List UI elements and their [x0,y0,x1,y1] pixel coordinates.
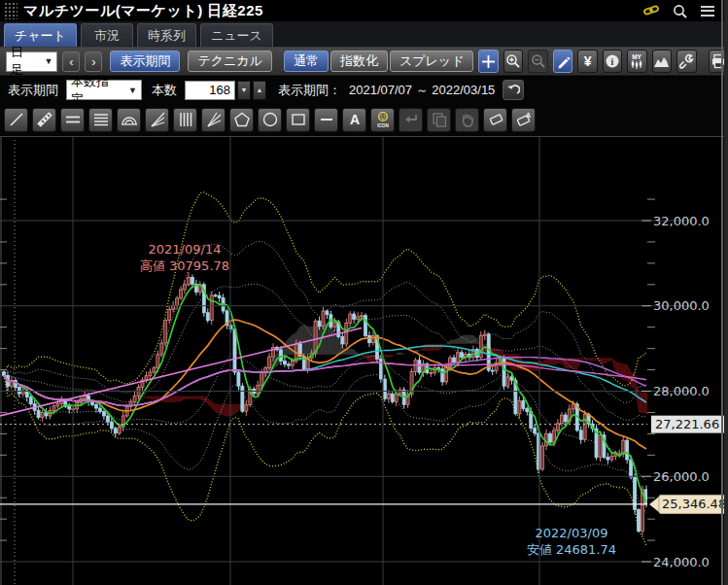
fibonacci-arc-tool[interactable] [117,108,141,132]
tab-timeseries[interactable]: 時系列 [137,23,196,47]
svg-text:i: i [611,56,614,67]
svg-text:28,000.0: 28,000.0 [653,384,710,398]
zoom-out-button [528,50,547,73]
eraser-tool[interactable] [483,108,507,132]
pentagon-tool[interactable] [229,108,254,132]
period-range-value: 2021/07/07 ～ 2022/03/15 [349,82,495,99]
ruler-tool[interactable] [32,108,56,132]
spread-button[interactable]: スプレッド [390,51,474,72]
svg-text:25,346.48: 25,346.48 [662,497,726,511]
svg-text:MY: MY [633,53,642,60]
period-mode-label: 表示期間 [8,82,58,99]
app-window: マルチツール(マーケット) 日経225 チャート 市況 時系列 ニュース 日足▼… [0,0,728,585]
svg-text:高値 30795.78: 高値 30795.78 [140,258,229,273]
tab-market[interactable]: 市況 [81,23,133,47]
window-title: マルチツール(マーケット) 日経225 [23,2,643,20]
svg-text:A: A [349,112,359,127]
title-bar: マルチツール(マーケット) 日経225 [0,0,728,21]
indexed-button[interactable]: 指数化 [330,51,388,72]
move-drawing-tool [455,108,479,132]
menu-icon[interactable] [701,6,714,17]
technical-button[interactable]: テクニカル [188,51,272,72]
text-tool[interactable]: A [342,108,366,132]
icon-stamp-tool[interactable]: ICON [370,108,395,132]
gann-fan-tool[interactable] [201,108,225,132]
period-toolbar: 表示期間 本数指定▼ 本数 168 ▼ ▲ 表示期間： 2021/07/07 ～… [0,77,728,103]
erase-all-tool[interactable]: A [511,108,536,132]
circle-tool[interactable] [258,108,282,132]
link-icon[interactable] [643,4,659,17]
tab-bar: チャート 市況 時系列 ニュース [0,21,728,48]
svg-text:32,000.0: 32,000.0 [653,214,710,228]
parallel-lines-2-tool[interactable] [60,108,85,132]
settings-wrench-button[interactable] [676,50,696,73]
svg-text:27,221.66: 27,221.66 [655,417,719,431]
fibonacci-fan-tool[interactable] [145,108,169,132]
crosshair-button[interactable] [478,50,498,73]
price-chart[interactable]: 32,000.030,000.028,000.026,000.024,000.0… [0,136,728,585]
svg-text:26,000.0: 26,000.0 [653,469,710,484]
prev-button[interactable]: ‹ [62,52,80,72]
svg-text:2021/09/14: 2021/09/14 [149,242,222,257]
chevron-down-icon: ▼ [119,86,137,95]
svg-text:30,000.0: 30,000.0 [653,298,710,313]
yen-label: ¥ [584,53,592,69]
svg-text:24,000.0: 24,000.0 [653,555,710,569]
zoom-in-button[interactable] [503,50,523,73]
period-mode-select[interactable]: 本数指定▼ [66,80,142,100]
count-up-button[interactable]: ▲ [253,81,266,100]
info-button[interactable]: i [603,50,622,73]
yen-axis-button[interactable]: ¥ [577,50,597,73]
candlestick-chart-canvas[interactable]: 32,000.030,000.028,000.026,000.024,000.0… [0,136,728,585]
drawing-toolbar: A ICON A [0,103,728,136]
parallel-lines-4-tool[interactable] [88,108,113,132]
svg-text:安値 24681.74: 安値 24681.74 [527,542,616,557]
svg-text:2022/03/09: 2022/03/09 [536,526,608,540]
drag-handle[interactable] [4,2,17,19]
line-tool[interactable] [4,108,28,132]
interval-value: 日足 [11,44,34,79]
window-right-border[interactable] [721,0,723,585]
draw-mode-button[interactable] [553,50,572,73]
period-range-prefix: 表示期間： [278,82,341,99]
bar-count-input[interactable]: 168 [185,81,235,100]
normal-button[interactable]: 通常 [284,51,329,72]
interval-select[interactable]: 日足▼ [6,52,57,72]
next-button[interactable]: › [85,52,102,72]
svg-text:ICON: ICON [377,123,389,128]
chart-style-button[interactable] [652,50,672,73]
my-chart-button[interactable]: MY [627,50,646,73]
chevron-down-icon: ▼ [34,56,52,66]
count-down-button[interactable]: ▼ [237,81,251,100]
horizontal-line-tool[interactable] [314,108,338,132]
copy-drawing-tool [427,108,451,132]
search-icon[interactable] [673,4,687,18]
bar-count-label: 本数 [152,82,177,99]
display-period-button[interactable]: 表示期間 [110,51,180,72]
undo-drawing-tool [399,108,423,132]
rectangle-tool[interactable] [286,108,310,132]
tab-news[interactable]: ニュース [200,23,273,47]
vertical-lines-tool[interactable] [173,108,197,132]
window-right-frame [724,0,728,585]
reset-period-button[interactable] [503,80,524,100]
